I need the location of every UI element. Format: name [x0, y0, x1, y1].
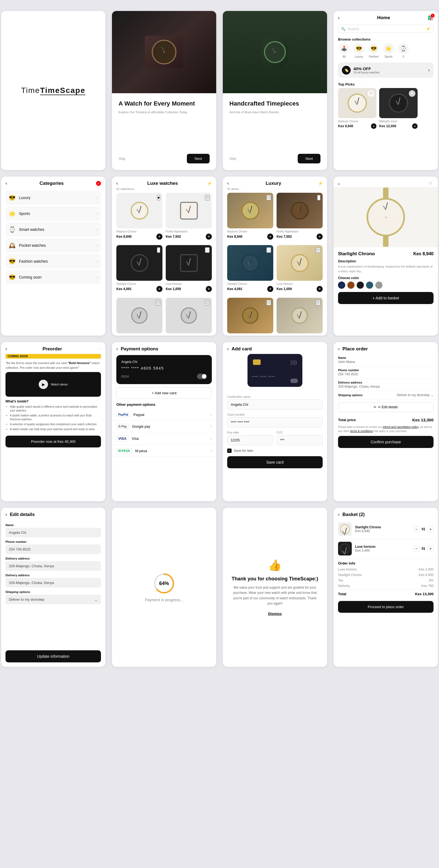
swatch-navy[interactable]	[338, 282, 345, 289]
add-lluxe[interactable]: +	[317, 286, 323, 292]
preorder-video[interactable]: ▶ Watch demo	[5, 372, 101, 397]
add-neptune-grid[interactable]: +	[156, 234, 163, 240]
heart-firefly-grid[interactable]: ♡	[205, 195, 210, 200]
payment-back[interactable]: ‹	[116, 346, 118, 352]
cat-back-button[interactable]: ‹	[5, 180, 7, 186]
skip-button-2[interactable]: Skip	[229, 157, 236, 161]
card-toggle[interactable]	[197, 374, 207, 379]
cat-item-fashion[interactable]: 😎 Fashion watches ›	[5, 254, 101, 269]
swatch-teal[interactable]	[366, 282, 373, 289]
collection-item-all[interactable]: 🕹️ All	[338, 43, 350, 58]
edit-phone-input[interactable]	[5, 545, 101, 554]
detail-back[interactable]: ‹	[338, 181, 340, 187]
heart-lextra2[interactable]: ♡	[316, 300, 320, 305]
luxe-back[interactable]: ‹	[116, 180, 118, 186]
onboarding1-image	[112, 11, 216, 93]
heart-lstarlight[interactable]: ♡	[266, 247, 271, 253]
add-midnight[interactable]: +	[412, 123, 418, 129]
payment-mpesa[interactable]: M-PESA M-pesa ›	[112, 445, 216, 457]
swatch-gray[interactable]	[375, 282, 382, 289]
add-lstarlight[interactable]: +	[267, 286, 273, 292]
next-button-2[interactable]: Next	[298, 154, 320, 163]
next-button[interactable]: Next	[187, 154, 210, 163]
add-basket-button[interactable]: + Add to basket	[338, 292, 434, 304]
swatch-black[interactable]	[357, 282, 364, 289]
qty-minus-luxe[interactable]: −	[413, 546, 419, 552]
filter-button[interactable]: ⚡	[426, 27, 431, 31]
edit-shipping-input[interactable]	[5, 595, 101, 604]
preorder-button[interactable]: Preorder now at Kes 45,300	[5, 436, 101, 447]
promo-banner[interactable]: 🏷️ 40% OFF On all luxury watches ›	[338, 63, 434, 78]
cat-item-luxury[interactable]: 😎 Luxury ›	[5, 190, 101, 205]
collection-item-sports[interactable]: 🌟 Sports	[382, 43, 394, 58]
swatch-brown[interactable]	[347, 282, 354, 289]
heart-starlight-grid[interactable]: ♥	[157, 247, 160, 253]
add-lneptune[interactable]: +	[267, 234, 273, 240]
payment-visa[interactable]: VISA Visa ›	[112, 432, 216, 445]
add-firefly-grid[interactable]: +	[206, 234, 212, 240]
collection-item-fashion[interactable]: 😎 Fashion	[368, 43, 380, 58]
cat-item-sports[interactable]: 🌟 Sports ›	[5, 207, 101, 221]
cat-item-smart[interactable]: ⌚ Smart watches ›	[5, 222, 101, 237]
addcard-back[interactable]: ‹	[227, 346, 229, 352]
save-later-checkbox[interactable]: ✓	[227, 448, 232, 453]
back-button[interactable]: ‹	[338, 15, 340, 21]
heart-extra2[interactable]: ♡	[205, 300, 210, 305]
qty-plus-starlight[interactable]: +	[428, 526, 434, 532]
placeorder-back[interactable]: ‹	[338, 346, 340, 352]
edit-delivery2-input[interactable]	[5, 578, 101, 588]
preorder-back[interactable]: ‹	[5, 346, 7, 352]
heart-lextra1[interactable]: ♡	[266, 300, 271, 305]
edit-name-input[interactable]	[5, 528, 101, 537]
edit-delivery-input[interactable]	[5, 561, 101, 571]
cat-item-coming[interactable]: 😎 Coming soon ›	[5, 270, 101, 284]
skip-button[interactable]: Skip	[119, 157, 125, 161]
edit-details-button[interactable]: ✏ ✏ Edit details	[338, 402, 434, 412]
luxury-back[interactable]: ‹	[227, 180, 229, 186]
proceed-button[interactable]: Proceed to place order	[338, 601, 434, 613]
heart-lneptune[interactable]: ♡	[266, 195, 271, 200]
luxury-filter[interactable]: ⚡	[318, 181, 323, 186]
add-neptune[interactable]: +	[371, 123, 376, 129]
heart-neptune[interactable]: ♡	[368, 90, 374, 97]
luxury-watches-grid: ♡ Neptune Chrono Kes 8,940 + ♥ Firefly N…	[223, 193, 327, 336]
cvc-input[interactable]	[276, 435, 323, 445]
edit-back[interactable]: ‹	[5, 512, 7, 517]
dismiss-button[interactable]: Dismiss	[268, 612, 282, 616]
heart-luxehorizon-grid[interactable]: ♡	[205, 247, 210, 253]
heart-midnight[interactable]: ♥	[409, 90, 415, 97]
card-toggle-display	[290, 379, 298, 383]
confirm-purchase-button[interactable]: Confirm purchase	[338, 436, 434, 448]
detail-heart[interactable]: ♡	[427, 180, 434, 187]
add-luxehorizon-grid[interactable]: +	[206, 286, 212, 292]
qty-plus-luxe[interactable]: +	[428, 546, 434, 552]
heart-neptune-grid[interactable]: ♥	[157, 195, 160, 200]
terms-link[interactable]: terms & conditions	[350, 430, 373, 433]
search-input[interactable]: Search	[348, 27, 423, 31]
shipping-select[interactable]: Deliver to my doorstep ⌄	[397, 393, 434, 397]
luxe-filter[interactable]: ⚡	[207, 181, 212, 186]
exp-input[interactable]	[227, 435, 273, 445]
play-button[interactable]: ▶	[39, 380, 48, 389]
payment-gpay[interactable]: G Pay Google pay ›	[112, 421, 216, 432]
heart-lluxe[interactable]: ♡	[316, 247, 320, 253]
collection-item-luxury[interactable]: 😎 Luxury	[353, 43, 365, 58]
update-button[interactable]: Update information	[5, 650, 101, 662]
heart-lfirefly[interactable]: ♥	[317, 195, 320, 200]
number-input[interactable]	[227, 417, 323, 427]
preorder-more[interactable]: ···	[97, 346, 101, 351]
search-bar[interactable]: 🔍 Search ⚡	[338, 25, 434, 33]
add-lfirefly[interactable]: +	[317, 234, 323, 240]
holder-input[interactable]	[227, 399, 323, 410]
save-card-button[interactable]: Save card	[227, 456, 323, 468]
qty-minus-starlight[interactable]: −	[413, 526, 419, 532]
basket-back[interactable]: ‹	[338, 512, 340, 517]
cart-button[interactable]: 🛍️ 2	[428, 15, 434, 21]
payment-paypal[interactable]: PayPal Paypal ›	[112, 409, 216, 421]
cat-item-pocket[interactable]: 🕰️ Pocket watches ›	[5, 238, 101, 252]
add-card-button[interactable]: + Add new card	[116, 388, 212, 399]
collection-item-s[interactable]: ⌚ S	[397, 43, 409, 58]
heart-extra1[interactable]: ♡	[155, 300, 160, 305]
refund-link[interactable]: refund and cancellation policy	[382, 426, 418, 429]
add-starlight-grid[interactable]: +	[156, 286, 163, 292]
